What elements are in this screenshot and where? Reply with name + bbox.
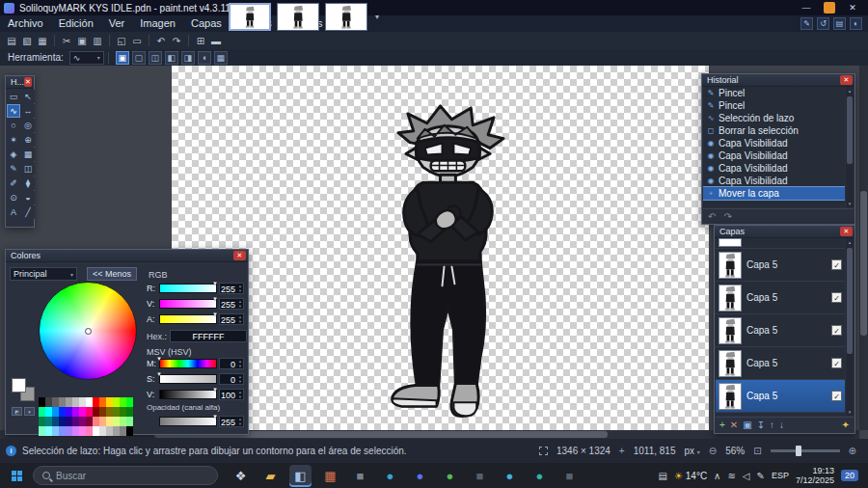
canvas-vertical-scrollbar[interactable] — [859, 66, 868, 430]
recolor-tool[interactable]: ◒ — [21, 191, 35, 204]
color-picker-tool[interactable]: ⧫ — [21, 176, 35, 190]
palette-swatch[interactable] — [59, 397, 66, 407]
open-file-button[interactable]: ▧ — [19, 34, 35, 48]
spinner-arrows-icon[interactable]: ▲▼ — [238, 417, 242, 426]
spinner-arrows-icon[interactable]: ▲▼ — [238, 374, 242, 384]
palette-swatch[interactable] — [93, 417, 99, 426]
selection-mode-replace[interactable]: ▣ — [116, 51, 129, 65]
search-input[interactable]: Buscar — [33, 466, 218, 485]
palette-swatch[interactable] — [79, 426, 86, 436]
palette-menu-button[interactable]: ▾ — [24, 407, 35, 416]
close-button[interactable]: ✕ — [845, 3, 860, 13]
spinner-arrows-icon[interactable]: ▲▼ — [238, 314, 242, 324]
palette-swatch[interactable] — [52, 417, 59, 426]
zoom-out-icon[interactable]: ⊖ — [709, 446, 717, 456]
palette-swatch[interactable] — [86, 426, 93, 436]
palette-swatch[interactable] — [113, 397, 120, 407]
palette-swatch[interactable] — [86, 407, 93, 417]
palette-swatch[interactable] — [72, 397, 79, 407]
scroll-down-icon[interactable]: ▾ — [846, 201, 854, 206]
palette-swatch[interactable] — [45, 397, 52, 407]
copy-button[interactable]: ▣ — [74, 34, 90, 48]
color-wheel[interactable] — [39, 282, 137, 380]
close-icon[interactable]: ✕ — [24, 77, 32, 87]
image-tab-2[interactable] — [277, 3, 319, 31]
line-curve-tool[interactable]: ╱ — [21, 205, 35, 219]
history-item[interactable]: ∿Selección de lazo — [703, 112, 845, 124]
layer-properties-button[interactable]: ✦ — [842, 420, 850, 430]
zoom-slider-thumb[interactable] — [796, 446, 801, 456]
edge-browser-taskbar-icon[interactable]: ● — [379, 465, 401, 487]
active-tool-dropdown[interactable]: ∿ ▾ — [69, 51, 104, 65]
history-panel-header[interactable]: Historial ✕ — [702, 74, 854, 87]
layer-row[interactable]: Capa 5✓ — [716, 314, 845, 347]
cut-button[interactable]: ✂ — [59, 34, 74, 48]
palette-swatch[interactable] — [126, 426, 133, 436]
chevron-up-icon[interactable]: ∧ — [714, 471, 720, 481]
slider-marker-icon[interactable]: ▼ — [212, 387, 218, 393]
palette-swatch[interactable] — [113, 426, 120, 436]
spinner-arrows-icon[interactable]: ▲▼ — [238, 284, 242, 293]
history-item[interactable]: ◻Borrar la selección — [703, 124, 845, 137]
palette-swatch[interactable] — [39, 417, 45, 426]
palette-swatch[interactable] — [79, 417, 86, 426]
layers-scrollbar[interactable]: ▴ ▾ — [846, 238, 854, 416]
palette-swatch[interactable] — [66, 397, 72, 407]
units-dropdown[interactable]: px ▾ — [684, 446, 699, 456]
discord-taskbar-icon[interactable]: ● — [409, 465, 431, 487]
slider-marker-icon[interactable]: ▼ — [156, 356, 162, 362]
slider-marker-icon[interactable]: ▼ — [212, 414, 218, 420]
color-target-dropdown[interactable]: Principal ▾ — [10, 267, 77, 281]
text-tool[interactable]: A — [7, 205, 20, 219]
zoom-fit-icon[interactable]: ⊡ — [753, 446, 761, 456]
palette-swatch[interactable] — [86, 417, 93, 426]
zoom-tool[interactable]: ◎ — [21, 119, 35, 132]
palette-swatch[interactable] — [79, 397, 86, 407]
palette-swatch[interactable] — [72, 417, 79, 426]
palette-swatch[interactable] — [45, 417, 52, 426]
slider-track[interactable]: ▼ — [159, 314, 217, 324]
brush-tool[interactable]: ✎ — [7, 162, 20, 176]
palette-swatch[interactable] — [59, 407, 66, 417]
palette-swatch[interactable] — [106, 407, 113, 417]
palette-swatch[interactable] — [93, 426, 99, 436]
palette-swatch[interactable] — [52, 426, 59, 436]
toggle-colors-window[interactable]: ◐ — [850, 17, 862, 30]
palette-swatch[interactable] — [72, 426, 79, 436]
new-file-button[interactable]: ▤ — [4, 34, 19, 48]
slider-track[interactable]: ▼ — [159, 390, 217, 399]
start-button[interactable] — [6, 465, 27, 486]
paste-button[interactable]: ▥ — [90, 34, 105, 48]
clock[interactable]: 19:13 7/12/2025 — [796, 466, 834, 485]
app-teal-taskbar-icon[interactable]: ● — [529, 465, 551, 487]
maximize-button[interactable] — [824, 2, 835, 14]
palette-swatch[interactable] — [120, 407, 126, 417]
layer-visibility-checkbox[interactable]: ✓ — [831, 259, 842, 270]
notification-badge[interactable]: 20 — [841, 470, 858, 481]
tools-panel-header[interactable]: H... ✕ — [6, 76, 34, 89]
selection-mode-add[interactable]: ▢ — [132, 51, 146, 65]
scrollbar-thumb[interactable] — [860, 191, 867, 336]
save-file-button[interactable]: ▦ — [35, 34, 50, 48]
duplicate-layer-button[interactable]: ▣ — [743, 420, 751, 430]
crop-to-selection-button[interactable]: ◱ — [114, 34, 129, 48]
history-item[interactable]: ◉Capa Visibilidad — [703, 149, 845, 162]
palette-swatch[interactable] — [99, 397, 106, 407]
redo-button[interactable]: ↷ — [723, 211, 731, 222]
palette-swatch[interactable] — [120, 426, 126, 436]
palette-swatch[interactable] — [66, 407, 72, 417]
move-layer-up-button[interactable]: ↑ — [770, 420, 774, 430]
file-explorer-taskbar-icon[interactable]: ▰ — [259, 465, 282, 487]
palette-swatch[interactable] — [72, 407, 79, 417]
move-layer-down-button[interactable]: ↓ — [779, 420, 784, 430]
slider-value-input[interactable]: 100▲▼ — [219, 389, 244, 400]
slider-track[interactable]: ▼ — [159, 284, 217, 293]
palette-swatch[interactable] — [126, 417, 133, 426]
scroll-up-icon[interactable]: ▴ — [846, 88, 854, 94]
sprite-editor-taskbar-icon[interactable]: ▦ — [319, 465, 341, 487]
slider-value-input[interactable]: 255▲▼ — [219, 283, 244, 294]
palette-swatch[interactable] — [52, 397, 59, 407]
pencil-tool[interactable]: ✐ — [7, 176, 20, 190]
ruler-toggle-button[interactable]: ▬ — [208, 34, 224, 48]
layers-panel-header[interactable]: Capas ✕ — [715, 226, 854, 238]
